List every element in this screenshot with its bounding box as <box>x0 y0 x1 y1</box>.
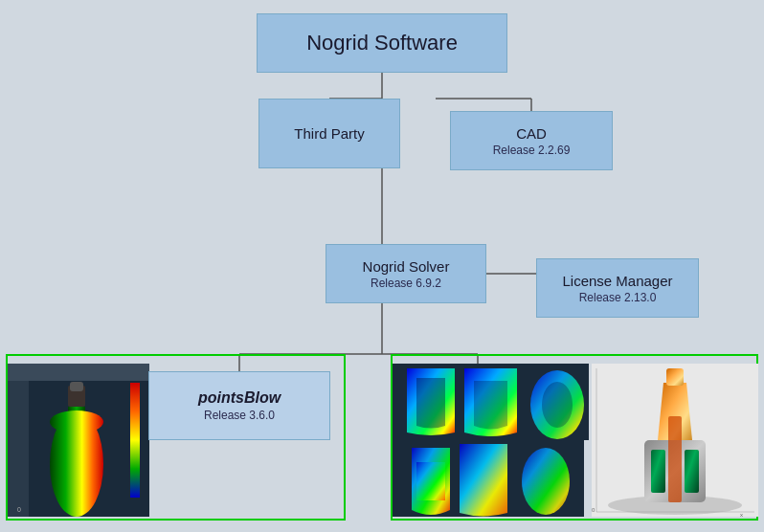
nogrid-solver-box: Nogrid Solver Release 6.9.2 <box>326 244 486 303</box>
3d-part-image: 0 x <box>592 364 758 517</box>
svg-rect-27 <box>685 450 699 493</box>
molds-top-image <box>393 364 589 440</box>
3d-part-svg: 0 x <box>592 364 758 517</box>
svg-point-35 <box>542 382 573 428</box>
bottle-svg: 0 <box>8 364 149 517</box>
molds-svg-left <box>393 438 584 517</box>
license-manager-subtitle: Release 2.13.0 <box>579 291 657 304</box>
cad-box: CAD Release 2.2.69 <box>450 111 613 170</box>
nogrid-solver-subtitle: Release 6.9.2 <box>371 277 441 290</box>
svg-rect-25 <box>666 368 684 386</box>
cad-subtitle: Release 2.2.69 <box>493 144 571 157</box>
license-manager-title: License Manager <box>562 273 672 289</box>
points-blow-box: pointsBlow Release 3.6.0 <box>148 371 330 440</box>
nogrid-software-title: Nogrid Software <box>306 31 458 55</box>
nogrid-solver-title: Nogrid Solver <box>363 258 450 275</box>
svg-rect-28 <box>668 416 682 502</box>
bottle-image: 0 <box>8 364 149 517</box>
molds-image-left <box>393 438 584 517</box>
svg-point-21 <box>522 448 570 515</box>
nogrid-software-box: Nogrid Software <box>257 13 507 73</box>
svg-text:x: x <box>740 512 743 517</box>
third-party-box: Third Party <box>258 99 400 168</box>
diagram: Nogrid Software Third Party CAD Release … <box>0 0 764 532</box>
points-blow-title: pointsBlow <box>198 389 281 407</box>
svg-text:0: 0 <box>17 506 21 513</box>
license-manager-box: License Manager Release 2.13.0 <box>536 258 699 318</box>
points-blow-subtitle: Release 3.6.0 <box>204 409 275 422</box>
svg-rect-11 <box>8 364 29 517</box>
svg-rect-17 <box>70 382 83 391</box>
cad-title: CAD <box>516 125 547 142</box>
third-party-title: Third Party <box>294 125 364 142</box>
svg-rect-12 <box>8 364 149 381</box>
svg-rect-18 <box>130 383 140 498</box>
svg-point-16 <box>50 410 103 433</box>
molds-top-svg <box>393 364 589 440</box>
svg-rect-26 <box>651 450 665 493</box>
